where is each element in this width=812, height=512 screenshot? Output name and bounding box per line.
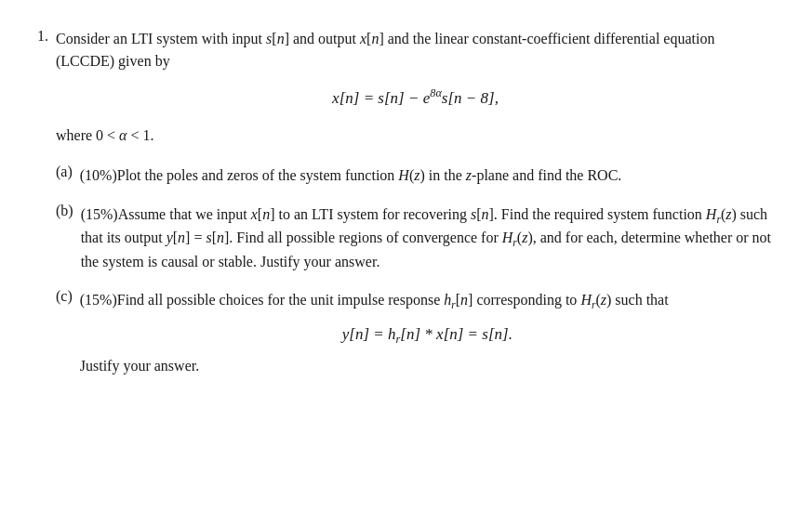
part-c-equation: y[n] = hr[n] * x[n] = s[n].	[80, 322, 775, 347]
part-b-body: (15%)Assume that we input x[n] to an LTI…	[81, 203, 775, 274]
intro-text: Consider an LTI system with input s[n] a…	[56, 28, 775, 72]
problem-1: 1. Consider an LTI system with input s[n…	[37, 28, 775, 393]
part-c-body: (15%)Find all possible choices for the u…	[80, 288, 775, 377]
part-b: (b) (15%)Assume that we input x[n] to an…	[56, 203, 775, 274]
part-c-label: (c)	[56, 288, 73, 377]
part-c: (c) (15%)Find all possible choices for t…	[56, 288, 775, 377]
part-a-body: (10%)Plot the poles and zeros of the sys…	[80, 164, 775, 188]
page-content: 1. Consider an LTI system with input s[n…	[37, 28, 775, 393]
part-a-label: (a)	[56, 164, 73, 188]
part-a: (a) (10%)Plot the poles and zeros of the…	[56, 164, 775, 188]
where-text: where 0 < α < 1.	[56, 125, 775, 147]
main-equation: x[n] = s[n] − e8αs[n − 8],	[56, 89, 775, 108]
part-b-label: (b)	[56, 203, 73, 274]
problem-body: Consider an LTI system with input s[n] a…	[56, 28, 775, 393]
part-c-justify: Justify your answer.	[80, 354, 775, 378]
problem-number: 1.	[37, 28, 48, 393]
